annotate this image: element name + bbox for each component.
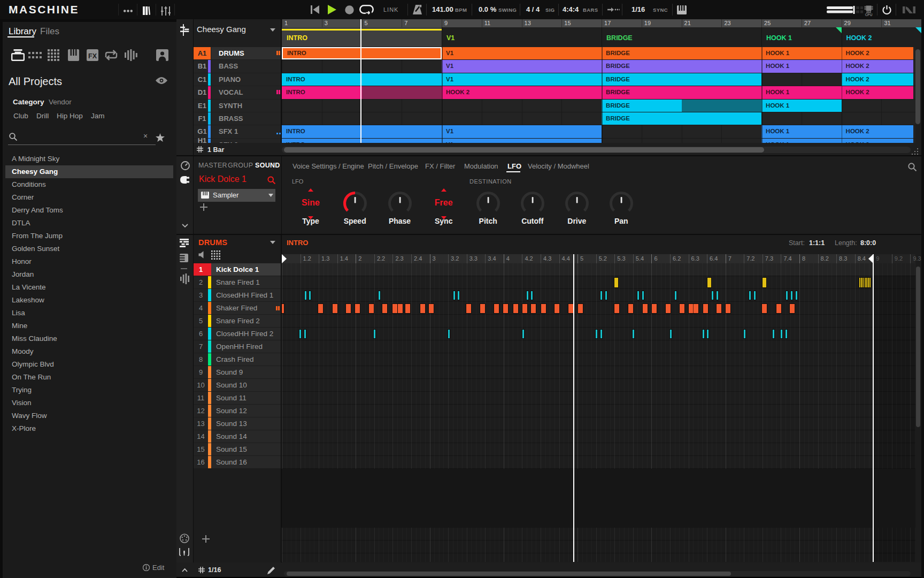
svg-text:CPU: CPU	[865, 13, 873, 17]
svg-text:FX: FX	[88, 52, 97, 60]
